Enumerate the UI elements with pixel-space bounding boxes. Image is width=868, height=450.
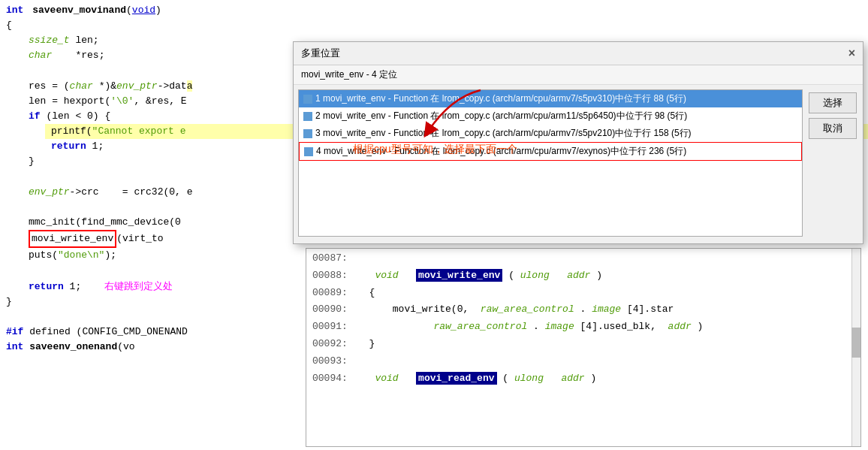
bottom-line-89: 00089: { <box>306 285 860 302</box>
bottom-line-94: 00094: void movi_read_env ( ulong addr ) <box>306 370 860 388</box>
right-click-annotation: 右键跳到定义处 <box>104 279 173 294</box>
cancel-button[interactable]: 取消 <box>809 118 857 139</box>
modal-buttons: 选择 取消 <box>803 85 863 241</box>
annotation-text: 根据cpu型号可知，选择最下面一个 <box>353 143 517 156</box>
scrollbar-track <box>851 249 860 446</box>
modal-title: 多重位置 <box>301 47 340 60</box>
bottom-line-91: 00091: raw_area_control . image [4].used… <box>306 319 860 336</box>
modal-subtitle: movi_write_env - 4 定位 <box>294 65 863 85</box>
bottom-code-panel: 00087: 00088: void movi_write_env ( ulon… <box>306 248 861 447</box>
modal-list-item-3[interactable]: 3 movi_write_env - Function 在 lrom_copy.… <box>299 125 802 142</box>
modal-list-item-1[interactable]: 1 movi_write_env - Function 在 lrom_copy.… <box>299 90 802 107</box>
modal-close-button[interactable]: × <box>848 47 855 60</box>
modal-list[interactable]: 1 movi_write_env - Function 在 lrom_copy.… <box>298 89 803 237</box>
modal-titlebar: 多重位置 × <box>294 42 863 65</box>
function-name-read-env: movi_read_env <box>416 372 496 385</box>
code-line-2: { <box>0 18 868 33</box>
modal-list-item-2[interactable]: 2 movi_write_env - Function 在 lrom_copy.… <box>299 107 802 125</box>
highlighted-function: movi_write_env <box>29 230 116 248</box>
bottom-line-87: 00087: <box>306 250 860 267</box>
scrollbar-thumb[interactable] <box>851 328 860 358</box>
item-icon-4 <box>304 147 313 156</box>
bottom-line-92: 00092: } <box>306 336 860 353</box>
bottom-line-90: 00090: movi_write(0, raw_area_control . … <box>306 301 860 319</box>
modal-body: 1 movi_write_env - Function 在 lrom_copy.… <box>294 85 863 241</box>
annotation-arrow <box>405 83 496 143</box>
code-line-1: int saveenv_movinand ( void ) <box>0 3 868 18</box>
item-icon-3 <box>303 129 312 138</box>
code-scroll-area[interactable]: 00087: 00088: void movi_write_env ( ulon… <box>306 249 860 446</box>
bottom-line-88: 00088: void movi_write_env ( ulong addr … <box>306 267 860 285</box>
item-icon-2 <box>303 112 312 121</box>
select-button[interactable]: 选择 <box>809 92 857 113</box>
item-icon-1 <box>303 95 312 104</box>
bottom-line-93: 00093: <box>306 353 860 370</box>
function-name-write-env: movi_write_env <box>416 269 502 282</box>
